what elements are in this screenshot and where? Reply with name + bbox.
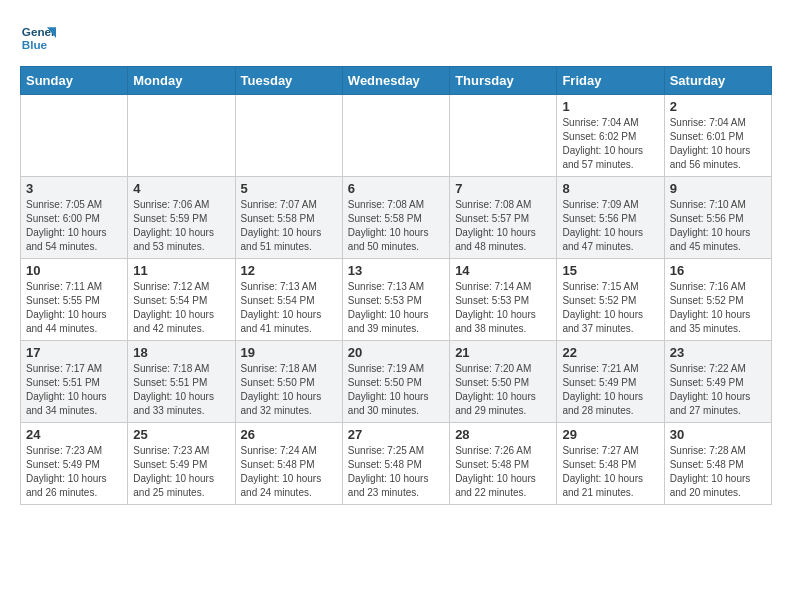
svg-text:Blue: Blue	[22, 38, 48, 51]
day-number: 27	[348, 427, 444, 442]
calendar-cell: 19Sunrise: 7:18 AM Sunset: 5:50 PM Dayli…	[235, 341, 342, 423]
logo: General Blue	[20, 20, 61, 56]
day-info: Sunrise: 7:23 AM Sunset: 5:49 PM Dayligh…	[133, 444, 229, 500]
calendar-cell: 13Sunrise: 7:13 AM Sunset: 5:53 PM Dayli…	[342, 259, 449, 341]
day-info: Sunrise: 7:08 AM Sunset: 5:58 PM Dayligh…	[348, 198, 444, 254]
calendar-week-0: 1Sunrise: 7:04 AM Sunset: 6:02 PM Daylig…	[21, 95, 772, 177]
day-info: Sunrise: 7:25 AM Sunset: 5:48 PM Dayligh…	[348, 444, 444, 500]
calendar-cell: 23Sunrise: 7:22 AM Sunset: 5:49 PM Dayli…	[664, 341, 771, 423]
day-info: Sunrise: 7:27 AM Sunset: 5:48 PM Dayligh…	[562, 444, 658, 500]
calendar-cell	[21, 95, 128, 177]
col-header-wednesday: Wednesday	[342, 67, 449, 95]
day-number: 8	[562, 181, 658, 196]
calendar-week-4: 24Sunrise: 7:23 AM Sunset: 5:49 PM Dayli…	[21, 423, 772, 505]
calendar-table: SundayMondayTuesdayWednesdayThursdayFrid…	[20, 66, 772, 505]
day-number: 15	[562, 263, 658, 278]
day-info: Sunrise: 7:04 AM Sunset: 6:02 PM Dayligh…	[562, 116, 658, 172]
calendar-header-row: SundayMondayTuesdayWednesdayThursdayFrid…	[21, 67, 772, 95]
calendar-cell: 6Sunrise: 7:08 AM Sunset: 5:58 PM Daylig…	[342, 177, 449, 259]
col-header-monday: Monday	[128, 67, 235, 95]
calendar-cell: 25Sunrise: 7:23 AM Sunset: 5:49 PM Dayli…	[128, 423, 235, 505]
day-info: Sunrise: 7:13 AM Sunset: 5:53 PM Dayligh…	[348, 280, 444, 336]
day-info: Sunrise: 7:14 AM Sunset: 5:53 PM Dayligh…	[455, 280, 551, 336]
day-info: Sunrise: 7:06 AM Sunset: 5:59 PM Dayligh…	[133, 198, 229, 254]
day-number: 28	[455, 427, 551, 442]
calendar-cell: 16Sunrise: 7:16 AM Sunset: 5:52 PM Dayli…	[664, 259, 771, 341]
day-info: Sunrise: 7:04 AM Sunset: 6:01 PM Dayligh…	[670, 116, 766, 172]
calendar-cell: 11Sunrise: 7:12 AM Sunset: 5:54 PM Dayli…	[128, 259, 235, 341]
day-info: Sunrise: 7:24 AM Sunset: 5:48 PM Dayligh…	[241, 444, 337, 500]
day-info: Sunrise: 7:08 AM Sunset: 5:57 PM Dayligh…	[455, 198, 551, 254]
day-info: Sunrise: 7:19 AM Sunset: 5:50 PM Dayligh…	[348, 362, 444, 418]
calendar-cell: 3Sunrise: 7:05 AM Sunset: 6:00 PM Daylig…	[21, 177, 128, 259]
calendar-week-2: 10Sunrise: 7:11 AM Sunset: 5:55 PM Dayli…	[21, 259, 772, 341]
day-number: 24	[26, 427, 122, 442]
day-info: Sunrise: 7:17 AM Sunset: 5:51 PM Dayligh…	[26, 362, 122, 418]
day-number: 22	[562, 345, 658, 360]
calendar-cell: 18Sunrise: 7:18 AM Sunset: 5:51 PM Dayli…	[128, 341, 235, 423]
day-number: 13	[348, 263, 444, 278]
col-header-thursday: Thursday	[450, 67, 557, 95]
day-number: 23	[670, 345, 766, 360]
day-number: 6	[348, 181, 444, 196]
day-number: 14	[455, 263, 551, 278]
day-info: Sunrise: 7:05 AM Sunset: 6:00 PM Dayligh…	[26, 198, 122, 254]
day-number: 2	[670, 99, 766, 114]
day-info: Sunrise: 7:11 AM Sunset: 5:55 PM Dayligh…	[26, 280, 122, 336]
day-number: 30	[670, 427, 766, 442]
calendar-cell	[128, 95, 235, 177]
day-info: Sunrise: 7:10 AM Sunset: 5:56 PM Dayligh…	[670, 198, 766, 254]
day-number: 5	[241, 181, 337, 196]
logo-icon: General Blue	[20, 20, 56, 56]
col-header-saturday: Saturday	[664, 67, 771, 95]
day-info: Sunrise: 7:15 AM Sunset: 5:52 PM Dayligh…	[562, 280, 658, 336]
day-number: 17	[26, 345, 122, 360]
calendar-cell: 17Sunrise: 7:17 AM Sunset: 5:51 PM Dayli…	[21, 341, 128, 423]
calendar-cell	[342, 95, 449, 177]
col-header-tuesday: Tuesday	[235, 67, 342, 95]
day-number: 25	[133, 427, 229, 442]
calendar-week-1: 3Sunrise: 7:05 AM Sunset: 6:00 PM Daylig…	[21, 177, 772, 259]
day-number: 29	[562, 427, 658, 442]
calendar-cell: 26Sunrise: 7:24 AM Sunset: 5:48 PM Dayli…	[235, 423, 342, 505]
day-number: 4	[133, 181, 229, 196]
calendar-cell: 20Sunrise: 7:19 AM Sunset: 5:50 PM Dayli…	[342, 341, 449, 423]
day-info: Sunrise: 7:28 AM Sunset: 5:48 PM Dayligh…	[670, 444, 766, 500]
day-info: Sunrise: 7:12 AM Sunset: 5:54 PM Dayligh…	[133, 280, 229, 336]
calendar-cell: 8Sunrise: 7:09 AM Sunset: 5:56 PM Daylig…	[557, 177, 664, 259]
day-number: 3	[26, 181, 122, 196]
calendar-cell: 27Sunrise: 7:25 AM Sunset: 5:48 PM Dayli…	[342, 423, 449, 505]
calendar-week-3: 17Sunrise: 7:17 AM Sunset: 5:51 PM Dayli…	[21, 341, 772, 423]
day-number: 20	[348, 345, 444, 360]
day-info: Sunrise: 7:18 AM Sunset: 5:50 PM Dayligh…	[241, 362, 337, 418]
calendar-cell: 7Sunrise: 7:08 AM Sunset: 5:57 PM Daylig…	[450, 177, 557, 259]
calendar-cell: 22Sunrise: 7:21 AM Sunset: 5:49 PM Dayli…	[557, 341, 664, 423]
day-number: 9	[670, 181, 766, 196]
calendar-cell: 5Sunrise: 7:07 AM Sunset: 5:58 PM Daylig…	[235, 177, 342, 259]
calendar-cell	[235, 95, 342, 177]
day-number: 1	[562, 99, 658, 114]
calendar-cell: 24Sunrise: 7:23 AM Sunset: 5:49 PM Dayli…	[21, 423, 128, 505]
day-info: Sunrise: 7:26 AM Sunset: 5:48 PM Dayligh…	[455, 444, 551, 500]
day-info: Sunrise: 7:09 AM Sunset: 5:56 PM Dayligh…	[562, 198, 658, 254]
calendar-cell: 14Sunrise: 7:14 AM Sunset: 5:53 PM Dayli…	[450, 259, 557, 341]
day-info: Sunrise: 7:16 AM Sunset: 5:52 PM Dayligh…	[670, 280, 766, 336]
day-info: Sunrise: 7:23 AM Sunset: 5:49 PM Dayligh…	[26, 444, 122, 500]
day-number: 12	[241, 263, 337, 278]
calendar-cell: 15Sunrise: 7:15 AM Sunset: 5:52 PM Dayli…	[557, 259, 664, 341]
day-info: Sunrise: 7:21 AM Sunset: 5:49 PM Dayligh…	[562, 362, 658, 418]
day-number: 16	[670, 263, 766, 278]
col-header-friday: Friday	[557, 67, 664, 95]
day-number: 11	[133, 263, 229, 278]
calendar-cell: 9Sunrise: 7:10 AM Sunset: 5:56 PM Daylig…	[664, 177, 771, 259]
calendar-cell: 1Sunrise: 7:04 AM Sunset: 6:02 PM Daylig…	[557, 95, 664, 177]
day-number: 19	[241, 345, 337, 360]
day-number: 10	[26, 263, 122, 278]
page-header: General Blue	[20, 20, 772, 56]
calendar-cell: 2Sunrise: 7:04 AM Sunset: 6:01 PM Daylig…	[664, 95, 771, 177]
calendar-cell: 28Sunrise: 7:26 AM Sunset: 5:48 PM Dayli…	[450, 423, 557, 505]
day-number: 26	[241, 427, 337, 442]
day-info: Sunrise: 7:20 AM Sunset: 5:50 PM Dayligh…	[455, 362, 551, 418]
calendar-cell	[450, 95, 557, 177]
col-header-sunday: Sunday	[21, 67, 128, 95]
